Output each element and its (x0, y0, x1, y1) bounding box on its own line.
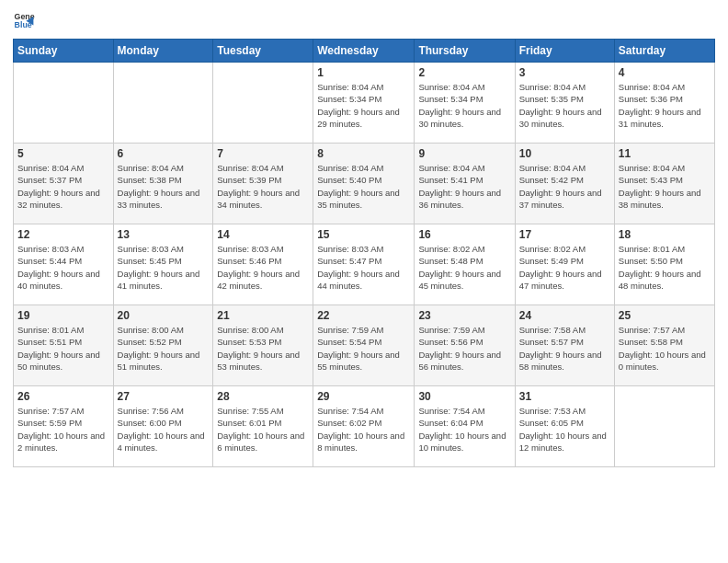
day-number: 3 (519, 66, 610, 79)
day-number: 14 (217, 228, 309, 241)
day-number: 19 (17, 309, 109, 322)
calendar-week-row: 1Sunrise: 8:04 AM Sunset: 5:34 PM Daylig… (14, 63, 715, 144)
calendar-cell: 20Sunrise: 8:00 AM Sunset: 5:52 PM Dayli… (113, 305, 213, 386)
day-number: 28 (217, 390, 309, 403)
day-number: 15 (317, 228, 410, 241)
day-number: 25 (619, 309, 711, 322)
calendar-cell: 18Sunrise: 8:01 AM Sunset: 5:50 PM Dayli… (614, 224, 714, 305)
calendar-cell: 30Sunrise: 7:54 AM Sunset: 6:04 PM Dayli… (415, 386, 515, 467)
weekday-header-sunday: Sunday (14, 40, 114, 63)
logo: General Blue (13, 9, 35, 31)
day-info: Sunrise: 8:04 AM Sunset: 5:34 PM Dayligh… (418, 81, 510, 130)
calendar-cell: 17Sunrise: 8:02 AM Sunset: 5:49 PM Dayli… (515, 224, 614, 305)
day-info: Sunrise: 8:01 AM Sunset: 5:50 PM Dayligh… (619, 243, 711, 292)
day-info: Sunrise: 8:03 AM Sunset: 5:46 PM Dayligh… (217, 243, 309, 292)
calendar-cell: 31Sunrise: 7:53 AM Sunset: 6:05 PM Dayli… (515, 386, 614, 467)
calendar-cell: 5Sunrise: 8:04 AM Sunset: 5:37 PM Daylig… (14, 144, 114, 224)
day-info: Sunrise: 8:00 AM Sunset: 5:52 PM Dayligh… (118, 324, 210, 373)
day-info: Sunrise: 8:02 AM Sunset: 5:49 PM Dayligh… (519, 243, 610, 292)
day-info: Sunrise: 8:04 AM Sunset: 5:37 PM Dayligh… (17, 162, 109, 211)
day-info: Sunrise: 8:02 AM Sunset: 5:48 PM Dayligh… (418, 243, 510, 292)
day-number: 21 (217, 309, 309, 322)
day-number: 8 (317, 147, 410, 160)
day-number: 6 (118, 147, 210, 160)
day-info: Sunrise: 8:04 AM Sunset: 5:35 PM Dayligh… (519, 81, 610, 130)
calendar-week-row: 5Sunrise: 8:04 AM Sunset: 5:37 PM Daylig… (14, 144, 715, 224)
day-info: Sunrise: 8:03 AM Sunset: 5:47 PM Dayligh… (317, 243, 410, 292)
calendar-header-row: SundayMondayTuesdayWednesdayThursdayFrid… (14, 40, 715, 63)
day-number: 30 (418, 390, 510, 403)
day-number: 13 (118, 228, 210, 241)
calendar-cell: 24Sunrise: 7:58 AM Sunset: 5:57 PM Dayli… (515, 305, 614, 386)
day-info: Sunrise: 7:54 AM Sunset: 6:02 PM Dayligh… (317, 405, 410, 454)
day-info: Sunrise: 7:59 AM Sunset: 5:54 PM Dayligh… (317, 324, 410, 373)
svg-text:Blue: Blue (15, 20, 32, 29)
day-number: 5 (17, 147, 109, 160)
day-info: Sunrise: 7:59 AM Sunset: 5:56 PM Dayligh… (418, 324, 510, 373)
calendar-cell: 3Sunrise: 8:04 AM Sunset: 5:35 PM Daylig… (515, 63, 614, 144)
day-number: 18 (619, 228, 711, 241)
day-number: 2 (418, 66, 510, 79)
day-info: Sunrise: 8:04 AM Sunset: 5:42 PM Dayligh… (519, 162, 610, 211)
calendar-cell (614, 386, 714, 467)
calendar-cell: 22Sunrise: 7:59 AM Sunset: 5:54 PM Dayli… (313, 305, 415, 386)
day-info: Sunrise: 7:57 AM Sunset: 5:58 PM Dayligh… (619, 324, 711, 373)
day-info: Sunrise: 7:58 AM Sunset: 5:57 PM Dayligh… (519, 324, 610, 373)
calendar-cell: 8Sunrise: 8:04 AM Sunset: 5:40 PM Daylig… (313, 144, 415, 224)
day-info: Sunrise: 7:53 AM Sunset: 6:05 PM Dayligh… (519, 405, 610, 454)
day-info: Sunrise: 8:00 AM Sunset: 5:53 PM Dayligh… (217, 324, 309, 373)
calendar-table: SundayMondayTuesdayWednesdayThursdayFrid… (13, 39, 715, 467)
calendar-cell (113, 63, 213, 144)
day-number: 16 (418, 228, 510, 241)
calendar-cell: 16Sunrise: 8:02 AM Sunset: 5:48 PM Dayli… (415, 224, 515, 305)
calendar-week-row: 12Sunrise: 8:03 AM Sunset: 5:44 PM Dayli… (14, 224, 715, 305)
calendar-cell: 28Sunrise: 7:55 AM Sunset: 6:01 PM Dayli… (213, 386, 313, 467)
day-number: 22 (317, 309, 410, 322)
calendar-cell: 12Sunrise: 8:03 AM Sunset: 5:44 PM Dayli… (14, 224, 114, 305)
day-info: Sunrise: 8:04 AM Sunset: 5:36 PM Dayligh… (619, 81, 711, 130)
day-number: 24 (519, 309, 610, 322)
day-info: Sunrise: 8:04 AM Sunset: 5:38 PM Dayligh… (118, 162, 210, 211)
day-number: 23 (418, 309, 510, 322)
calendar-cell: 2Sunrise: 8:04 AM Sunset: 5:34 PM Daylig… (415, 63, 515, 144)
day-number: 31 (519, 390, 610, 403)
day-number: 26 (17, 390, 109, 403)
weekday-header-thursday: Thursday (415, 40, 515, 63)
calendar-cell: 4Sunrise: 8:04 AM Sunset: 5:36 PM Daylig… (614, 63, 714, 144)
calendar-cell: 10Sunrise: 8:04 AM Sunset: 5:42 PM Dayli… (515, 144, 614, 224)
day-info: Sunrise: 7:55 AM Sunset: 6:01 PM Dayligh… (217, 405, 309, 454)
weekday-header-saturday: Saturday (614, 40, 714, 63)
calendar-cell: 11Sunrise: 8:04 AM Sunset: 5:43 PM Dayli… (614, 144, 714, 224)
calendar-cell: 15Sunrise: 8:03 AM Sunset: 5:47 PM Dayli… (313, 224, 415, 305)
day-info: Sunrise: 8:04 AM Sunset: 5:39 PM Dayligh… (217, 162, 309, 211)
day-number: 29 (317, 390, 410, 403)
weekday-header-tuesday: Tuesday (213, 40, 313, 63)
calendar-cell (213, 63, 313, 144)
day-number: 27 (118, 390, 210, 403)
calendar-cell: 29Sunrise: 7:54 AM Sunset: 6:02 PM Dayli… (313, 386, 415, 467)
day-info: Sunrise: 8:04 AM Sunset: 5:34 PM Dayligh… (317, 81, 410, 130)
calendar-cell: 7Sunrise: 8:04 AM Sunset: 5:39 PM Daylig… (213, 144, 313, 224)
calendar-week-row: 26Sunrise: 7:57 AM Sunset: 5:59 PM Dayli… (14, 386, 715, 467)
day-number: 7 (217, 147, 309, 160)
calendar-cell: 13Sunrise: 8:03 AM Sunset: 5:45 PM Dayli… (113, 224, 213, 305)
day-info: Sunrise: 8:01 AM Sunset: 5:51 PM Dayligh… (17, 324, 109, 373)
calendar-cell: 6Sunrise: 8:04 AM Sunset: 5:38 PM Daylig… (113, 144, 213, 224)
day-info: Sunrise: 8:03 AM Sunset: 5:45 PM Dayligh… (118, 243, 210, 292)
page-header: General Blue (13, 9, 715, 31)
calendar-cell: 14Sunrise: 8:03 AM Sunset: 5:46 PM Dayli… (213, 224, 313, 305)
weekday-header-monday: Monday (113, 40, 213, 63)
calendar-cell: 21Sunrise: 8:00 AM Sunset: 5:53 PM Dayli… (213, 305, 313, 386)
calendar-cell: 19Sunrise: 8:01 AM Sunset: 5:51 PM Dayli… (14, 305, 114, 386)
day-number: 9 (418, 147, 510, 160)
day-info: Sunrise: 7:56 AM Sunset: 6:00 PM Dayligh… (118, 405, 210, 454)
day-number: 17 (519, 228, 610, 241)
day-number: 12 (17, 228, 109, 241)
day-info: Sunrise: 8:04 AM Sunset: 5:41 PM Dayligh… (418, 162, 510, 211)
day-info: Sunrise: 8:04 AM Sunset: 5:43 PM Dayligh… (619, 162, 711, 211)
calendar-cell: 23Sunrise: 7:59 AM Sunset: 5:56 PM Dayli… (415, 305, 515, 386)
day-info: Sunrise: 7:54 AM Sunset: 6:04 PM Dayligh… (418, 405, 510, 454)
calendar-week-row: 19Sunrise: 8:01 AM Sunset: 5:51 PM Dayli… (14, 305, 715, 386)
day-info: Sunrise: 8:03 AM Sunset: 5:44 PM Dayligh… (17, 243, 109, 292)
logo-icon: General Blue (13, 9, 35, 31)
